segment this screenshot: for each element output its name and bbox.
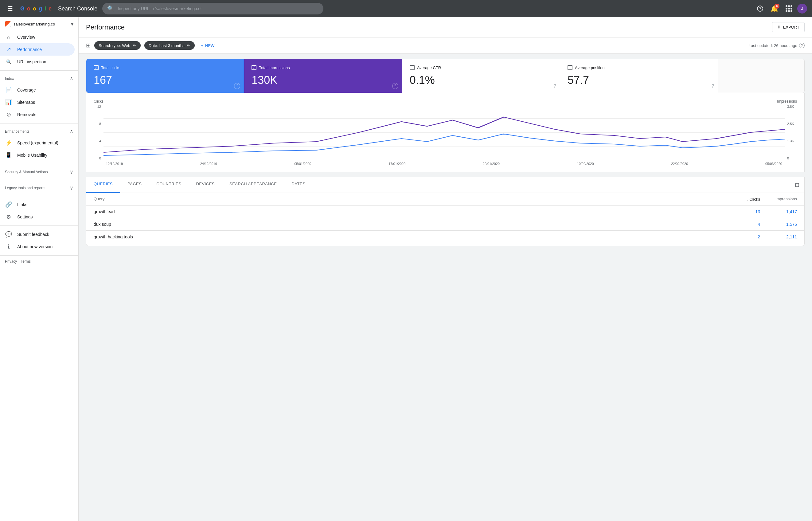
- metric-card-clicks[interactable]: ✓ Total clicks 167 ?: [86, 59, 244, 93]
- security-section-header[interactable]: Security & Manual Actions ∨: [0, 166, 78, 177]
- edit-icon: ✏: [133, 43, 136, 48]
- sidebar-divider-1: [0, 70, 78, 71]
- index-section-label: Index: [5, 76, 14, 81]
- enhancements-section-items: ⚡ Speed (experimental) 📱 Mobile Usabilit…: [0, 137, 78, 161]
- sidebar-item-about[interactable]: ℹ About new version: [0, 241, 75, 253]
- avatar[interactable]: J: [797, 4, 807, 14]
- enhancements-chevron-icon: ∧: [70, 129, 73, 134]
- search-input[interactable]: [118, 6, 319, 11]
- links-icon: 🔗: [5, 201, 12, 208]
- page-header: Performance ⬇ EXPORT: [78, 17, 812, 38]
- td-clicks-1: 4: [723, 222, 760, 227]
- privacy-terms: Privacy Terms: [0, 255, 78, 267]
- tab-countries[interactable]: COUNTRIES: [149, 177, 189, 193]
- date-filter[interactable]: Date: Last 3 months ✏: [144, 41, 195, 50]
- sidebar-item-speed[interactable]: ⚡ Speed (experimental): [0, 137, 75, 149]
- index-section-header[interactable]: Index ∧: [0, 73, 78, 84]
- td-query-2: growth hacking tools: [94, 234, 723, 239]
- legacy-section-label: Legacy tools and reports: [5, 186, 45, 190]
- metric-value-clicks: 167: [94, 74, 236, 87]
- site-selector[interactable]: saleslovesmarketing.co ▾: [0, 17, 78, 31]
- sidebar-item-performance[interactable]: ↗ Performance: [0, 43, 75, 55]
- y-right-0: 0: [787, 156, 789, 160]
- sort-arrow-icon: ↓: [746, 197, 748, 202]
- sidebar-item-coverage[interactable]: 📄 Coverage: [0, 84, 75, 96]
- y-left-4: 4: [99, 139, 101, 143]
- last-updated: Last updated: 26 hours ago ?: [749, 43, 805, 48]
- help-icon[interactable]: ?: [755, 3, 766, 14]
- help-icon-clicks[interactable]: ?: [234, 83, 240, 89]
- help-icon-ctr[interactable]: ?: [553, 84, 556, 89]
- sidebar-item-label-coverage: Coverage: [17, 88, 36, 92]
- sidebar-divider-6: [0, 225, 78, 226]
- sidebar-item-mobile[interactable]: 📱 Mobile Usability: [0, 149, 75, 161]
- help-icon-position[interactable]: ?: [711, 84, 714, 89]
- table-filter-icon[interactable]: ⊟: [790, 177, 804, 192]
- metric-checkbox-impressions[interactable]: ✓: [252, 65, 256, 70]
- help-icon-impressions[interactable]: ?: [392, 83, 398, 89]
- sidebar-divider-5: [0, 196, 78, 196]
- nav-icons: ? 🔔 6 J: [755, 2, 807, 15]
- tabs-section: QUERIES PAGES COUNTRIES DEVICES SEARCH A…: [86, 177, 805, 246]
- th-impressions[interactable]: Impressions: [760, 197, 797, 202]
- tab-devices[interactable]: DEVICES: [189, 177, 222, 193]
- td-query-1: dux soup: [94, 222, 723, 227]
- sidebar-item-sitemaps[interactable]: 📊 Sitemaps: [0, 96, 75, 109]
- y-left-0: 0: [99, 156, 101, 160]
- index-chevron-icon: ∧: [70, 75, 73, 82]
- terms-link[interactable]: Terms: [21, 259, 31, 264]
- sidebar-item-label-settings: Settings: [17, 214, 33, 219]
- date-label: Date: Last 3 months: [149, 43, 184, 48]
- index-section-items: 📄 Coverage 📊 Sitemaps ⊘ Removals: [0, 84, 78, 121]
- search-type-filter[interactable]: Search type: Web ✏: [94, 41, 141, 50]
- th-query: Query: [94, 197, 723, 202]
- chart-section: Clicks Impressions 12 8 4 0: [86, 93, 805, 172]
- table-row[interactable]: growthlead 13 1,417: [86, 205, 804, 218]
- x-label-2: 05/01/2020: [294, 162, 311, 165]
- sidebar-item-url-inspection[interactable]: 🔍 URL inspection: [0, 55, 75, 68]
- tabs-header: QUERIES PAGES COUNTRIES DEVICES SEARCH A…: [86, 177, 804, 193]
- coverage-icon: 📄: [5, 87, 12, 93]
- security-chevron-icon: ∨: [70, 169, 73, 175]
- sidebar-item-removals[interactable]: ⊘ Removals: [0, 109, 75, 121]
- td-impressions-0: 1,417: [760, 209, 797, 214]
- metric-checkbox-position[interactable]: [567, 65, 573, 70]
- td-clicks-2: 2: [723, 234, 760, 239]
- td-impressions-1: 1,575: [760, 222, 797, 227]
- tab-queries[interactable]: QUERIES: [86, 177, 120, 193]
- metric-checkbox-clicks[interactable]: ✓: [94, 65, 98, 70]
- td-query-0: growthlead: [94, 209, 723, 214]
- table-row[interactable]: dux soup 4 1,575: [86, 218, 804, 231]
- tab-pages[interactable]: PAGES: [120, 177, 149, 193]
- th-clicks[interactable]: ↓ Clicks: [723, 197, 760, 202]
- privacy-link[interactable]: Privacy: [5, 259, 17, 264]
- sidebar-divider-3: [0, 164, 78, 164]
- filter-icon[interactable]: ⊞: [86, 42, 91, 49]
- sidebar-item-label-links: Links: [17, 202, 27, 207]
- table-row[interactable]: growth hacking tools 2 2,111: [86, 231, 804, 243]
- help-circle-icon[interactable]: ?: [799, 43, 805, 48]
- metric-checkbox-ctr[interactable]: [410, 65, 415, 70]
- legacy-section-header[interactable]: Legacy tools and reports ∨: [0, 182, 78, 193]
- tab-search-appearance[interactable]: SEARCH APPEARANCE: [222, 177, 284, 193]
- menu-icon[interactable]: ☰: [5, 2, 15, 15]
- sidebar-item-overview[interactable]: ⌂ Overview: [0, 31, 75, 43]
- metric-label-position: Average position: [567, 65, 710, 70]
- sidebar-divider-4: [0, 180, 78, 180]
- metric-card-ctr[interactable]: Average CTR 0.1% ?: [402, 59, 560, 93]
- new-filter-button[interactable]: + NEW: [199, 42, 217, 50]
- metric-card-impressions[interactable]: ✓ Total impressions 130K ?: [244, 59, 402, 93]
- sidebar-item-feedback[interactable]: 💬 Submit feedback: [0, 228, 75, 241]
- notification-icon[interactable]: 🔔 6: [768, 2, 781, 15]
- sidebar-item-links[interactable]: 🔗 Links: [0, 199, 75, 211]
- sidebar-item-label-about: About new version: [17, 244, 52, 249]
- brand-logo: Google Search Console: [20, 5, 97, 12]
- export-button[interactable]: ⬇ EXPORT: [772, 22, 805, 32]
- metric-card-position[interactable]: Average position 57.7 ?: [560, 59, 718, 93]
- tab-dates[interactable]: DATES: [284, 177, 312, 193]
- grid-icon[interactable]: [783, 3, 795, 15]
- search-bar[interactable]: 🔍: [102, 3, 323, 15]
- metric-label-ctr: Average CTR: [410, 65, 553, 70]
- enhancements-section-header[interactable]: Enhancements ∧: [0, 126, 78, 137]
- sidebar-item-settings[interactable]: ⚙ Settings: [0, 211, 75, 223]
